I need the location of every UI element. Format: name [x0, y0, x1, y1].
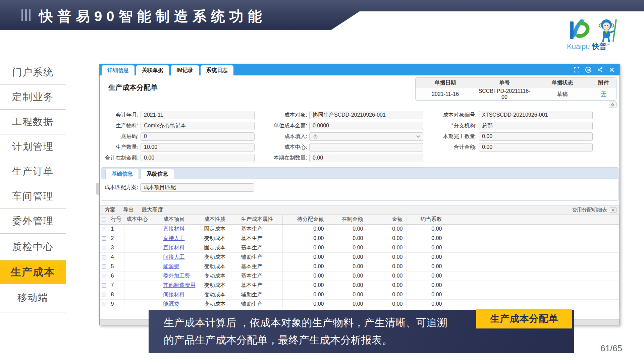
toolbar-export-button[interactable]: 导出	[123, 206, 134, 214]
sidebar-item-workshop[interactable]: 车间管理	[0, 184, 66, 209]
cost-item-link[interactable]: 间接材料	[163, 292, 185, 297]
close-icon[interactable]	[609, 67, 615, 73]
im-icon[interactable]: IM	[585, 67, 591, 73]
share-icon[interactable]	[597, 67, 603, 73]
table-row: 8 间接材料 变动成本 辅助生产 0.00 0.00 0.00 0.00	[100, 290, 620, 299]
field-label: 成本对象:	[267, 112, 309, 119]
field-label: 生产物料:	[102, 122, 141, 129]
total-wip-amount-field[interactable]	[141, 154, 255, 162]
cost-item-link[interactable]: 能源费	[163, 301, 179, 307]
cell-cost-center	[124, 224, 161, 234]
cell-wip: 0.00	[328, 234, 367, 243]
cost-item-link[interactable]: 直接材料	[163, 226, 185, 232]
col-header-cost-center[interactable]: 成本中心	[124, 215, 161, 224]
cost-item-link[interactable]: 能源费	[163, 263, 179, 269]
tab-system-log[interactable]: 系统日志	[201, 65, 233, 75]
cost-item-link[interactable]: 其他制造费用	[163, 282, 196, 288]
col-header-amount[interactable]: 金额	[367, 215, 407, 224]
grid-collapse-button[interactable]	[610, 207, 616, 213]
cost-match-plan-field[interactable]	[140, 183, 254, 192]
sidebar-item-custom[interactable]: 定制业务	[0, 85, 66, 110]
col-header-row-no[interactable]: 行号	[109, 215, 124, 224]
sidebar-item-prod-cost[interactable]: 生产成本	[0, 260, 66, 284]
total-amount-field[interactable]	[479, 143, 593, 152]
basic-info-panel: 基础信息 系统信息 成本匹配方案:	[101, 167, 619, 201]
cell-amount: 0.00	[367, 234, 407, 243]
header-collapse-button[interactable]	[609, 102, 616, 108]
period-wip-qty-field[interactable]	[309, 154, 423, 162]
sidebar-item-planning[interactable]: 计划管理	[0, 134, 66, 159]
subtab-system-info[interactable]: 系统信息	[141, 169, 174, 179]
table-row: 9 能源费 变动成本 辅助生产 0.00 0.00 0.00 0.00	[100, 299, 620, 309]
tab-related-docs[interactable]: 关联单据	[136, 65, 169, 75]
sidebar-item-portal[interactable]: 门户系统	[0, 60, 66, 85]
cost-item-link[interactable]: 间接人工	[163, 254, 185, 260]
cell-cost-center	[124, 299, 161, 309]
cell-coeff: 0.00	[407, 224, 446, 234]
branch-org-field[interactable]	[479, 122, 593, 130]
tab-im-record[interactable]: IM记录	[171, 65, 199, 75]
cell-coeff: 0.00	[407, 271, 446, 281]
toolbar-max-height-button[interactable]: 最大高度	[142, 206, 163, 214]
row-checkbox[interactable]	[102, 227, 106, 231]
row-checkbox[interactable]	[102, 283, 106, 288]
low-level-code-field[interactable]	[141, 132, 255, 141]
panel-collapse-handle[interactable]	[96, 183, 99, 195]
row-checkbox[interactable]	[102, 264, 106, 269]
toolbar-plan-button[interactable]: 方案	[105, 206, 115, 214]
col-header-wip-amount[interactable]: 在制金额	[328, 215, 367, 224]
cell-cost-attr: 基本生产	[239, 262, 282, 271]
accounting-period-field[interactable]	[141, 111, 255, 119]
cost-allocation-grid: 行号 成本中心 成本项目 成本性质 生产成本属性 待分配金额 在制金额 金额 约…	[100, 215, 620, 309]
cost-center-field[interactable]	[309, 143, 423, 152]
module-sidebar: 门户系统 定制业务 工程数据 计划管理 生产订单 车间管理 委外管理 质检中心 …	[0, 60, 66, 312]
subtab-basic-info[interactable]: 基础信息	[105, 169, 139, 179]
cell-cost-nature: 固定成本	[202, 243, 239, 252]
field-label: 单位成本金额:	[267, 122, 309, 129]
cost-object-code-field[interactable]	[479, 111, 593, 119]
cost-fill-select[interactable]	[309, 132, 423, 141]
cell-cost-attr: 基本生产	[239, 224, 282, 234]
cell-amount: 0.00	[367, 262, 407, 271]
row-checkbox[interactable]	[102, 255, 106, 259]
col-header-cost-attr[interactable]: 生产成本属性	[239, 215, 282, 224]
field-label: *分支机构:	[436, 122, 479, 129]
unit-cost-amount-field[interactable]	[309, 122, 423, 130]
cell-amount: 0.00	[367, 299, 407, 309]
cost-item-link[interactable]: 委外加工费	[163, 273, 190, 279]
cost-object-field[interactable]	[309, 111, 423, 119]
col-header-equiv-coeff[interactable]: 约当系数	[407, 215, 446, 224]
production-material-field[interactable]	[141, 122, 255, 130]
fullscreen-icon[interactable]	[574, 67, 580, 73]
col-header-cost-item[interactable]: 成本项目	[161, 215, 202, 224]
col-header-pending-amount[interactable]: 待分配金额	[282, 215, 328, 224]
select-all-checkbox[interactable]	[102, 218, 106, 222]
attachment-link[interactable]: 无	[601, 91, 606, 97]
cell-pending: 0.00	[282, 281, 328, 290]
row-checkbox[interactable]	[102, 274, 106, 278]
sidebar-item-prod-order[interactable]: 生产订单	[0, 159, 66, 184]
cell-cost-center	[124, 262, 161, 271]
sidebar-item-mobile[interactable]: 移动端	[0, 284, 66, 312]
cost-item-link[interactable]: 直接人工	[163, 235, 185, 241]
row-checkbox[interactable]	[102, 293, 106, 297]
cell-row-no: 9	[109, 299, 124, 309]
cell-cost-nature: 变动成本	[202, 299, 239, 309]
production-qty-field[interactable]	[141, 143, 255, 152]
cell-amount: 0.00	[367, 290, 407, 299]
field-label: 本期完工数量:	[436, 133, 479, 140]
required-mark: *	[451, 122, 453, 129]
cost-item-link[interactable]: 直接材料	[163, 245, 185, 250]
col-header-cost-nature[interactable]: 成本性质	[202, 215, 239, 224]
sidebar-item-outsourcing[interactable]: 委外管理	[0, 209, 66, 234]
row-checkbox[interactable]	[102, 236, 106, 241]
window-tabbar: 详细信息 关联单据 IM记录 系统日志 IM	[100, 64, 620, 75]
sidebar-item-qc[interactable]: 质检中心	[0, 234, 66, 260]
cell-row-no: 4	[109, 252, 124, 262]
period-finished-qty-field[interactable]	[479, 132, 593, 141]
cell-pending: 0.00	[282, 234, 328, 243]
row-checkbox[interactable]	[102, 302, 106, 306]
sidebar-item-engineering[interactable]: 工程数据	[0, 110, 66, 134]
row-checkbox[interactable]	[102, 246, 106, 250]
tab-detail-info[interactable]: 详细信息	[102, 65, 135, 75]
